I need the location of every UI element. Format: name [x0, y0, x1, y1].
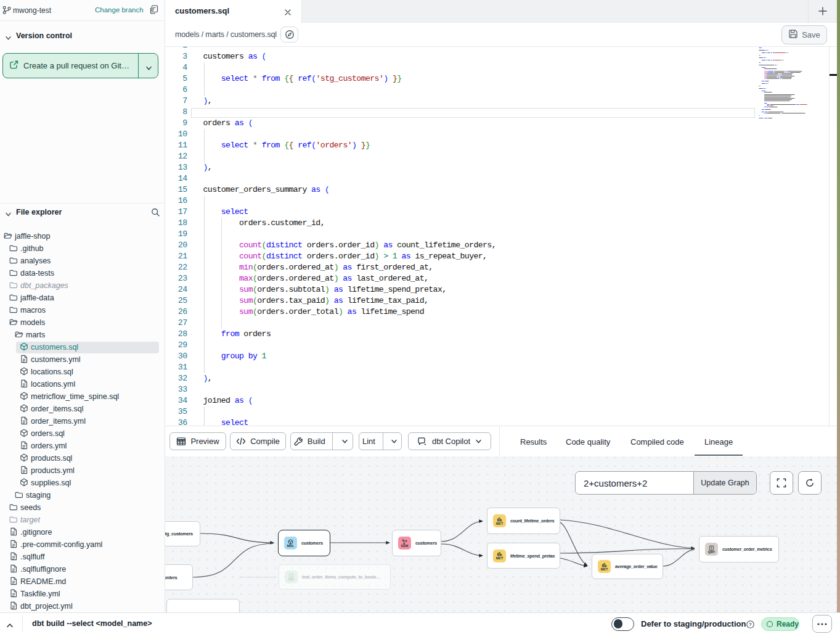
svg-text:?: ? — [749, 622, 752, 627]
